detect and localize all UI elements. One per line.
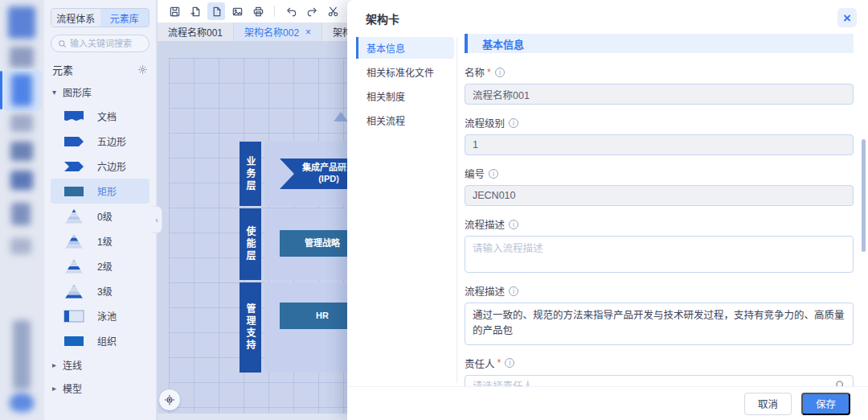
sidebar-blurred-icon[interactable] bbox=[10, 238, 31, 254]
tree-group-连线[interactable]: ▸连线 bbox=[51, 353, 149, 377]
required-marker: * bbox=[487, 67, 491, 78]
sidebar-blurred-icon[interactable] bbox=[11, 74, 32, 106]
form-field-名称: 名称*i流程名称001 bbox=[465, 64, 854, 105]
crosshair-icon bbox=[164, 394, 175, 406]
sidebar-blurred-icon[interactable] bbox=[11, 203, 31, 225]
tree-group-模型[interactable]: ▸模型 bbox=[51, 377, 149, 400]
export-file-icon[interactable] bbox=[186, 2, 204, 20]
export-image-icon[interactable] bbox=[228, 2, 246, 20]
field-label: 流程描述i bbox=[465, 216, 854, 232]
panel-tab-流程体系[interactable]: 流程体系 bbox=[51, 9, 100, 27]
shape-item-文档[interactable]: 文档 bbox=[51, 104, 149, 129]
shape-item-3级[interactable]: 3级 bbox=[51, 278, 149, 303]
info-icon[interactable]: i bbox=[509, 118, 518, 128]
locate-center-button[interactable] bbox=[159, 389, 180, 410]
shape-item-泳池[interactable]: 泳池 bbox=[51, 303, 149, 328]
section-title: 基本信息 bbox=[482, 36, 524, 51]
pyramid-level0-icon bbox=[62, 209, 86, 224]
field-label: 编号i bbox=[465, 166, 854, 181]
placeholder-text: 请输入流程描述 bbox=[473, 243, 543, 254]
close-icon: × bbox=[843, 11, 851, 25]
field-label-text: 流程描述 bbox=[465, 216, 505, 232]
input-流程级别[interactable]: 1 bbox=[465, 134, 854, 155]
modal-scrollbar-thumb[interactable] bbox=[862, 139, 866, 252]
redo-icon[interactable] bbox=[303, 2, 321, 20]
shape-item-label: 2级 bbox=[97, 259, 113, 273]
shape-item-矩形[interactable]: 矩形 bbox=[51, 179, 149, 204]
modal-nav: 基本信息相关标准化文件相关制度相关流程 bbox=[356, 37, 454, 134]
pentagon-shape-icon bbox=[62, 136, 86, 147]
chevron-right-icon: ▸ bbox=[52, 384, 59, 393]
hexagon-shape-icon bbox=[62, 161, 86, 172]
pyramid-level1-icon bbox=[62, 234, 86, 249]
org-shape-icon bbox=[62, 336, 86, 347]
save-icon[interactable] bbox=[166, 2, 183, 20]
section-header: 基本信息 bbox=[465, 34, 854, 53]
field-label: 责任人*i bbox=[465, 356, 854, 371]
sidebar-blurred-icon[interactable] bbox=[10, 393, 34, 412]
shape-list: 文档五边形六边形矩形0级1级2级3级泳池组织 bbox=[51, 104, 149, 353]
new-document-icon[interactable] bbox=[207, 2, 225, 20]
modal-nav-相关制度[interactable]: 相关制度 bbox=[356, 85, 454, 107]
close-tab-icon[interactable]: × bbox=[305, 27, 311, 38]
panel-tab-元素库[interactable]: 元素库 bbox=[100, 9, 149, 27]
search-icon bbox=[58, 39, 67, 48]
doc-tab-流程名称001[interactable]: 流程名称001 bbox=[158, 23, 234, 41]
rectangle-shape-icon bbox=[62, 186, 86, 197]
doc-tab-架构名称002[interactable]: 架构名称002× bbox=[234, 23, 322, 41]
tree-group-shapes[interactable]: ▾ 图形库 bbox=[51, 80, 149, 104]
modal-nav-divider bbox=[457, 37, 457, 383]
info-icon[interactable]: i bbox=[495, 68, 505, 77]
lane-header-使能层[interactable]: 使能层 bbox=[240, 208, 261, 280]
info-icon[interactable]: i bbox=[489, 169, 498, 179]
modal-nav-基本信息[interactable]: 基本信息 bbox=[356, 37, 454, 59]
sidebar-blurred-icon[interactable] bbox=[10, 171, 33, 190]
lane-header-业务层[interactable]: 业务层 bbox=[240, 142, 261, 206]
modal-nav-相关流程[interactable]: 相关流程 bbox=[356, 109, 454, 131]
sidebar-blurred-icon[interactable] bbox=[10, 114, 33, 132]
panel-collapse-handle[interactable]: ‹ bbox=[152, 206, 162, 233]
undo-icon[interactable] bbox=[282, 2, 300, 20]
clipped-pyramid-shape[interactable] bbox=[334, 112, 348, 121]
cut-icon[interactable] bbox=[324, 2, 342, 20]
shape-item-label: 文档 bbox=[97, 109, 117, 123]
field-label: 流程描述i bbox=[465, 283, 854, 299]
sidebar-blurred-icon[interactable] bbox=[10, 142, 33, 161]
input-责任人[interactable]: 请选择责任人 bbox=[465, 375, 854, 386]
modal-nav-相关标准化文件[interactable]: 相关标准化文件 bbox=[356, 61, 454, 83]
modal-footer: 取消 保存 bbox=[347, 386, 868, 420]
shape-item-2级[interactable]: 2级 bbox=[51, 253, 149, 278]
modal-close-button[interactable]: × bbox=[837, 8, 857, 27]
input-名称[interactable]: 流程名称001 bbox=[465, 84, 854, 105]
tree-group-label: 图形库 bbox=[63, 85, 92, 99]
shape-item-0级[interactable]: 0级 bbox=[51, 204, 149, 229]
sidebar-blurred-icon[interactable] bbox=[10, 47, 34, 68]
info-icon[interactable]: i bbox=[509, 286, 518, 296]
shape-item-组织[interactable]: 组织 bbox=[51, 328, 149, 353]
field-label-text: 编号 bbox=[465, 166, 485, 181]
doc-tab-label: 流程名称001 bbox=[168, 25, 223, 39]
print-icon[interactable] bbox=[249, 2, 267, 20]
form-field-责任人: 责任人*i请选择责任人 bbox=[465, 356, 854, 386]
elements-section-title: 元素 bbox=[52, 62, 73, 77]
placeholder-text: 请选择责任人 bbox=[473, 377, 533, 386]
textarea-流程描述[interactable]: 通过一致的、规范的方法来指导产品开发与技术研发过程，支持有竞争力的、高质量的产品… bbox=[465, 303, 854, 345]
sidebar-blurred-icon[interactable] bbox=[13, 320, 31, 389]
field-label-text: 责任人 bbox=[465, 356, 495, 371]
shape-item-六边形[interactable]: 六边形 bbox=[51, 154, 149, 179]
tree-group-label: 模型 bbox=[63, 381, 82, 395]
save-button[interactable]: 保存 bbox=[801, 393, 850, 415]
info-icon[interactable]: i bbox=[505, 358, 514, 368]
shape-item-1级[interactable]: 1级 bbox=[51, 229, 149, 253]
search-input[interactable] bbox=[70, 39, 142, 48]
shape-item-五边形[interactable]: 五边形 bbox=[51, 129, 149, 154]
info-icon[interactable]: i bbox=[509, 220, 518, 229]
cancel-button[interactable]: 取消 bbox=[744, 393, 792, 415]
textarea-流程描述[interactable]: 请输入流程描述 bbox=[465, 236, 854, 273]
tree-group-label: 连线 bbox=[63, 358, 82, 372]
document-shape-icon bbox=[62, 110, 86, 123]
input-编号[interactable]: JECN010 bbox=[465, 185, 854, 206]
shape-item-label: 0级 bbox=[97, 209, 113, 223]
gear-icon[interactable] bbox=[137, 64, 148, 75]
lane-header-管理支持[interactable]: 管理支持 bbox=[240, 282, 261, 373]
